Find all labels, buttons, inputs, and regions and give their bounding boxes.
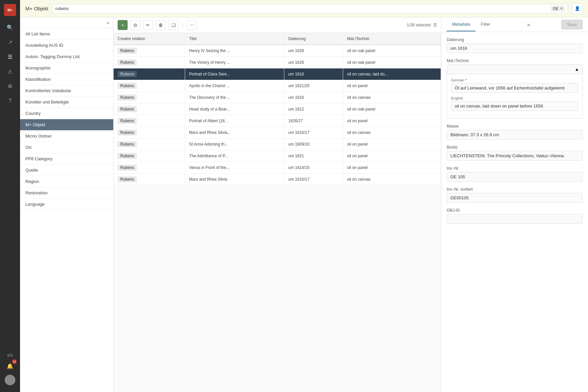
sidebar-item-klassifikation[interactable]: Klassifikation — [20, 74, 113, 85]
german-input[interactable] — [451, 83, 578, 93]
sidebar-item-region[interactable]: Region — [20, 176, 113, 187]
cell-creator: Rubens — [114, 45, 185, 57]
panel-expand-icon[interactable]: » — [527, 22, 530, 28]
cell-titel: Henry IV Seizing the ... — [185, 45, 284, 57]
save-button[interactable]: Save — [561, 20, 583, 29]
user-search-btn[interactable]: 👤 — [572, 3, 583, 14]
search-tag-clear[interactable]: ✕ — [560, 6, 563, 11]
open-btn[interactable]: ⧉ — [130, 20, 140, 30]
cell-datierung: um 1616 — [284, 68, 343, 80]
english-input[interactable] — [451, 101, 578, 111]
user-avatar[interactable] — [5, 375, 15, 385]
table-row[interactable]: Rubens Henry IV Seizing the ... um 1628 … — [114, 45, 441, 57]
obj-id-field-group: OBJ-ID — [447, 208, 583, 224]
search-tag-label: GE — [553, 6, 559, 11]
cell-titel: Venus in Front of the... — [185, 162, 284, 174]
toolbar-separator — [182, 22, 183, 28]
cell-mat-technic: oil on oak panel — [343, 57, 441, 68]
creator-tag: Rubens — [118, 106, 137, 112]
creator-tag: Rubens — [118, 94, 137, 101]
tab-metadata[interactable]: Metadata — [447, 18, 475, 31]
sidebar-item-quelle[interactable]: Quelle — [20, 165, 113, 176]
delete-btn[interactable]: 🗑 — [156, 20, 166, 30]
inv-nr-sortiert-input[interactable] — [447, 193, 583, 203]
list-icon-btn[interactable]: ☰ — [4, 51, 16, 63]
cell-titel: The Admittance of P... — [185, 150, 284, 162]
sidebar-item-language[interactable]: Language — [20, 199, 113, 210]
german-field: German * — [451, 78, 578, 93]
besitz-input[interactable] — [447, 151, 583, 161]
cell-datierung: um 1609/10 — [284, 139, 343, 150]
inv-nr-sortiert-label: Inv.-Nr. sortiert — [447, 187, 583, 192]
col-creator: Creator relation — [114, 33, 185, 45]
sidebar-item-micrio-ordner[interactable]: Micrio Ordner — [20, 131, 113, 142]
right-panel-header: Metadata Filter » Save — [441, 17, 588, 32]
notification-btn[interactable]: 🔔 12 — [4, 360, 16, 372]
inv-nr-input[interactable] — [447, 172, 583, 182]
body-area: « All List Items Ausstellung AUS ID Auto… — [20, 17, 588, 392]
add-btn[interactable]: + — [118, 20, 128, 30]
creator-tag: Rubens — [118, 48, 137, 54]
cell-creator: Rubens — [114, 104, 185, 115]
masse-input[interactable] — [447, 130, 583, 140]
cell-creator: Rubens — [114, 115, 185, 127]
table-row[interactable]: Rubens St Anne Adorning th... um 1609/10… — [114, 139, 441, 150]
pin-icon-btn[interactable]: ↗ — [4, 36, 16, 48]
mat-technic-expanded: ▲ German * English — [447, 64, 583, 119]
table-row[interactable]: Rubens The Admittance of P... um 1621 oi… — [114, 150, 441, 162]
table-row[interactable]: Rubens The Victory of Henry ... um 1628 … — [114, 57, 441, 68]
cell-titel: St Anne Adorning th... — [185, 139, 284, 150]
cell-titel: Head study of a Bear... — [185, 104, 284, 115]
masse-label: Masse — [447, 124, 583, 129]
table-row[interactable]: Rubens Portrait of Albert (16... 1626/27… — [114, 115, 441, 127]
sidebar-item-ausstellung[interactable]: Ausstellung AUS ID — [20, 40, 113, 51]
datierung-label: Datierung — [447, 37, 583, 42]
cell-mat-technic: oil on panel — [343, 80, 441, 92]
obj-id-input[interactable] — [447, 214, 583, 224]
sidebar-item-kontrolliertes[interactable]: Kontrolliertes Vokabular — [20, 85, 113, 96]
filter-icon-btn[interactable]: ⚙ — [4, 80, 16, 92]
sidebar-header: « — [20, 17, 113, 28]
cell-datierung: um 1628 — [284, 57, 343, 68]
more-btn[interactable]: ⋯ — [187, 20, 197, 30]
search-icon-btn[interactable]: 🔍 — [4, 21, 16, 33]
menu-icon[interactable]: ☰ — [433, 23, 437, 27]
table-row[interactable]: Rubens Portrait of Clara Sere... um 1616… — [114, 68, 441, 80]
sidebar-item-restoration[interactable]: Restoration — [20, 187, 113, 199]
table-row[interactable]: Rubens Mars and Rhea Silvia... um 1616/1… — [114, 127, 441, 139]
col-titel: Titel — [185, 33, 284, 45]
table-row[interactable]: Rubens Mars and Rhea Silvia um 1616/17 o… — [114, 174, 441, 185]
sidebar-item-all-list[interactable]: All List Items — [20, 28, 113, 40]
sidebar-item-mplus-objekt[interactable]: M+ Objekt — [20, 119, 113, 131]
help-icon-btn[interactable]: ? — [4, 95, 16, 107]
sidebar-item-ort[interactable]: Ort — [20, 142, 113, 153]
edit-btn[interactable]: ✏ — [143, 20, 153, 30]
cell-mat-technic: oil on panel — [343, 162, 441, 174]
sidebar-item-pp8-category[interactable]: PP8 Category — [20, 153, 113, 165]
tab-filter[interactable]: Filter — [475, 18, 496, 31]
sidebar-item-country[interactable]: Country — [20, 108, 113, 119]
table-header-row: Creator relation Titel Datierung Mat./Te… — [114, 33, 441, 45]
sidebar-item-ikonographie[interactable]: Ikonographie — [20, 62, 113, 74]
table-row[interactable]: Rubens Venus in Front of the... um 1614/… — [114, 162, 441, 174]
creator-tag: Rubens — [118, 176, 137, 182]
sidebar-item-kunstler[interactable]: Künstler und Beteiligte — [20, 96, 113, 108]
mat-technic-fields: German * English — [447, 74, 582, 118]
sidebar-item-autom-tagging[interactable]: Autom. Tagging Dummy List — [20, 51, 113, 62]
cell-datierung: um 1621/25 — [284, 80, 343, 92]
inv-nr-label: Inv.-Nr. — [447, 166, 583, 171]
search-input[interactable] — [55, 6, 551, 11]
sidebar-collapse-btn[interactable]: « — [107, 20, 109, 25]
warning-icon-btn[interactable]: ⚠ — [4, 65, 16, 77]
copy-btn[interactable]: ❑ — [168, 20, 178, 30]
creator-tag: Rubens — [118, 165, 137, 171]
inv-nr-sortiert-field-group: Inv.-Nr. sortiert — [447, 187, 583, 203]
table-row[interactable]: Rubens Apollo in the Chariot ... um 1621… — [114, 80, 441, 92]
cell-creator: Rubens — [114, 80, 185, 92]
creator-tag: Rubens — [118, 83, 137, 89]
table-row[interactable]: Rubens The Discovery of the ... um 1616 … — [114, 92, 441, 104]
datierung-input[interactable] — [447, 43, 583, 53]
cell-datierung: um 1614/15 — [284, 162, 343, 174]
table-row[interactable]: Rubens Head study of a Bear... um 1612 o… — [114, 104, 441, 115]
mat-technic-collapse-icon[interactable]: ▲ — [575, 67, 579, 72]
